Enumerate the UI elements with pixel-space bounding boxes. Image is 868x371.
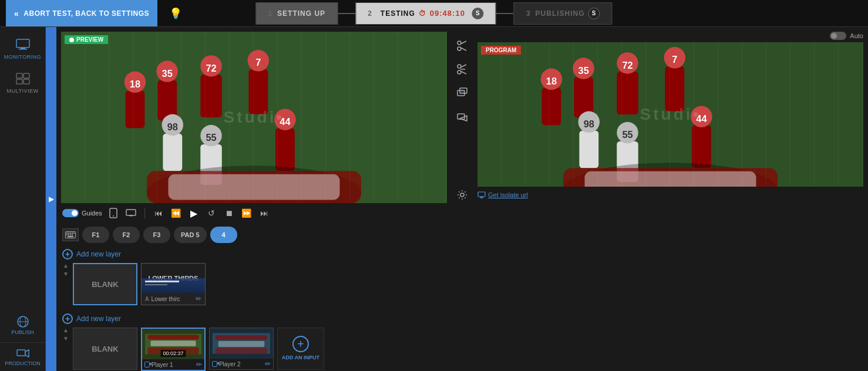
- svg-line-39: [461, 41, 466, 44]
- svg-point-54: [541, 69, 563, 90]
- preview-video-container: PREVIEW Studi• 18: [61, 32, 447, 203]
- next-frame-button[interactable]: ⏩: [240, 207, 253, 220]
- monitor-view-button[interactable]: [125, 207, 137, 220]
- abort-arrow-icon: «: [14, 9, 19, 18]
- layer-2-down-button[interactable]: ▼: [62, 335, 69, 343]
- svg-text:72: 72: [622, 60, 633, 70]
- svg-rect-10: [17, 350, 25, 356]
- abort-button[interactable]: « ABORT TEST, BACK TO SETTINGS: [6, 0, 157, 26]
- svg-point-29: [200, 125, 222, 147]
- step-setting-up[interactable]: 1 SETTING UP: [255, 2, 338, 25]
- replay-button[interactable]: ↺: [205, 207, 218, 220]
- svg-rect-25: [163, 133, 182, 171]
- guides-label: Guides: [82, 210, 102, 217]
- overlay-tool-button[interactable]: [454, 85, 470, 101]
- prev-frame-button[interactable]: ⏪: [170, 207, 183, 220]
- monitoring-label: MONITORING: [4, 54, 41, 60]
- lightbulb-icon: 💡: [169, 7, 182, 20]
- player2-thumb: [210, 328, 273, 359]
- svg-rect-59: [617, 72, 638, 114]
- skip-to-end-button[interactable]: ⏭: [258, 207, 271, 220]
- sidebar-publish-button[interactable]: PUBLISH: [0, 311, 45, 340]
- timer-clock-icon: ⏱: [419, 9, 426, 18]
- add-input-label: ADD AN INPUT: [282, 355, 319, 362]
- player1-edit-icon[interactable]: ✏: [196, 360, 202, 369]
- svg-rect-77: [478, 192, 485, 197]
- transition-tool-button[interactable]: [454, 61, 470, 77]
- layer-1-up-button[interactable]: ▲: [62, 262, 69, 270]
- blue-panel-toggle[interactable]: ▶: [46, 27, 56, 371]
- play-button[interactable]: ▶: [187, 207, 200, 220]
- sidebar-item-multiview[interactable]: MULTIVIEW: [0, 67, 45, 99]
- sidebar-production-button[interactable]: PRODUCTION: [0, 342, 45, 371]
- production-label: PRODUCTION: [5, 360, 41, 366]
- lower-thirds-card[interactable]: LOWER THIRDS A Lower thirc ✏: [141, 263, 206, 305]
- svg-rect-68: [617, 141, 638, 182]
- pad-f1-button[interactable]: F1: [82, 227, 109, 243]
- layer-2-up-button[interactable]: ▲: [62, 326, 69, 335]
- svg-point-82: [113, 215, 114, 217]
- pad-pad5-button[interactable]: PAD 5: [174, 227, 207, 243]
- download-tool-button[interactable]: [454, 108, 470, 124]
- sidebar-item-monitoring[interactable]: MONITORING: [0, 33, 45, 65]
- player2-type-icon: [212, 361, 219, 367]
- mobile-view-button[interactable]: [107, 207, 120, 220]
- add-input-card[interactable]: + ADD AN INPUT: [277, 328, 324, 370]
- guides-toggle-group: Guides: [62, 209, 102, 217]
- multiview-icon: [14, 72, 32, 86]
- left-sidebar: MONITORING MULTIVIEW: [0, 27, 46, 371]
- step-testing[interactable]: 2 TESTING ⏱ 09:48:10 S: [355, 2, 496, 25]
- svg-rect-48: [460, 90, 465, 93]
- layer-1-cards: BLANK: [73, 262, 206, 306]
- svg-point-23: [248, 50, 270, 72]
- stop-button[interactable]: ⏹: [223, 207, 235, 220]
- cut-tool-button[interactable]: [454, 38, 470, 54]
- svg-rect-91: [73, 232, 75, 234]
- get-isolate-url-link[interactable]: Get isolate url: [477, 189, 863, 201]
- add-layer-2-icon: +: [62, 313, 73, 324]
- svg-point-37: [457, 41, 461, 45]
- player1-card[interactable]: 00:02:37 Player 1 ✏: [141, 328, 206, 371]
- add-layer-2-button[interactable]: + Add new layer: [62, 311, 862, 326]
- svg-point-74: [563, 163, 778, 187]
- svg-rect-106: [218, 341, 265, 347]
- svg-rect-5: [16, 79, 22, 84]
- player2-edit-icon[interactable]: ✏: [265, 360, 271, 368]
- svg-rect-36: [169, 174, 340, 200]
- svg-rect-28: [200, 144, 222, 185]
- svg-point-14: [125, 72, 146, 93]
- player2-name: Player 2: [219, 361, 265, 367]
- svg-rect-16: [157, 80, 177, 120]
- step-publishing[interactable]: 3 PUBLISHING S: [514, 2, 613, 25]
- preview-section: PREVIEW Studi• 18: [61, 32, 447, 203]
- preview-program-row: PREVIEW Studi• 18: [56, 27, 868, 203]
- blank-card-2[interactable]: BLANK: [73, 328, 137, 370]
- monitor-icon: [477, 191, 486, 198]
- guides-toggle[interactable]: [62, 209, 79, 217]
- svg-rect-19: [200, 75, 222, 117]
- layer-1-down-button[interactable]: ▼: [62, 270, 69, 278]
- keyboard-icon-button[interactable]: [62, 228, 79, 241]
- pad-f2-button[interactable]: F2: [113, 227, 140, 243]
- lower-thirds-edit-icon[interactable]: ✏: [196, 295, 201, 303]
- add-layer-1-button[interactable]: + Add new layer: [62, 247, 862, 262]
- auto-row: Auto: [477, 32, 863, 40]
- pad-4-button[interactable]: 4: [210, 227, 237, 243]
- svg-rect-92: [66, 234, 68, 235]
- step-sep-1: [338, 13, 355, 14]
- step3-label: PUBLISHING: [536, 9, 585, 18]
- svg-text:55: 55: [622, 129, 633, 140]
- player2-card[interactable]: Player 2 ✏: [209, 328, 274, 370]
- skip-to-start-button[interactable]: ⏮: [152, 207, 165, 220]
- top-bar: « ABORT TEST, BACK TO SETTINGS 💡 1 SETTI…: [0, 0, 868, 27]
- pad-f3-button[interactable]: F3: [143, 227, 170, 243]
- svg-text:18: 18: [546, 76, 557, 86]
- auto-toggle[interactable]: [830, 32, 846, 40]
- controls-bar: Guides ⏮ ⏪ ▶ ↺ ⏹: [56, 203, 868, 223]
- ctrl-sep-1: [144, 208, 145, 218]
- svg-rect-31: [275, 128, 295, 171]
- player2-thumbnail-svg: [210, 328, 273, 359]
- blank-card-1[interactable]: BLANK: [73, 263, 137, 305]
- gear-button[interactable]: [454, 187, 470, 203]
- layer-1-reorder: ▲ ▼: [62, 262, 69, 278]
